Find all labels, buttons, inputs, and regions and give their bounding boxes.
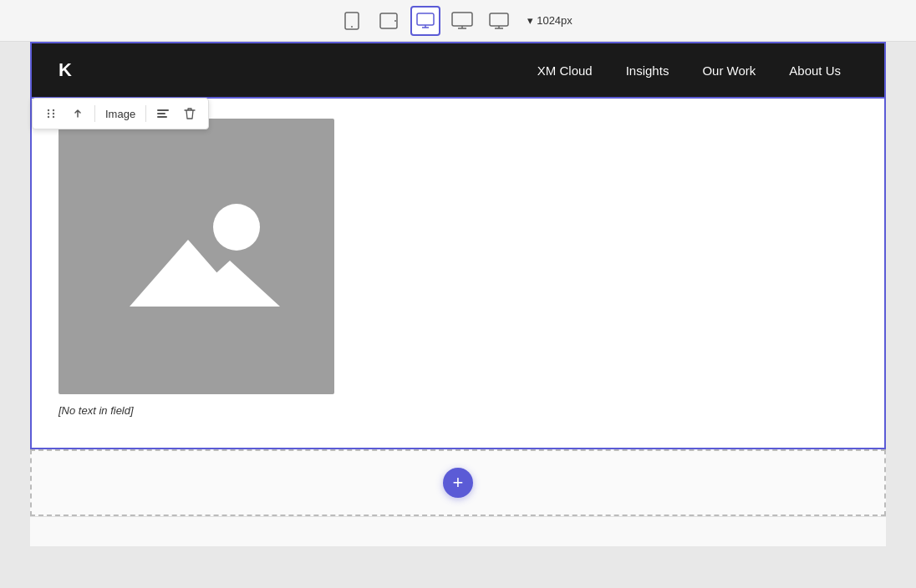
svg-point-16 — [213, 204, 260, 251]
svg-point-8 — [53, 109, 54, 111]
nav-link-about-us[interactable]: About Us — [772, 63, 857, 78]
drag-handle-button[interactable] — [39, 102, 63, 125]
svg-rect-15 — [157, 116, 167, 118]
delete-button[interactable] — [178, 102, 201, 125]
device-mobile-button[interactable] — [337, 6, 367, 36]
component-type-label: Image — [100, 108, 140, 120]
dropdown-arrow-icon: ▾ — [527, 14, 533, 27]
nav-link-insights[interactable]: Insights — [609, 63, 686, 78]
device-tv-button[interactable] — [484, 6, 514, 36]
svg-point-10 — [53, 113, 54, 114]
add-component-button[interactable]: + — [443, 468, 473, 498]
component-toolbar: Image — [32, 98, 209, 129]
svg-point-7 — [48, 109, 49, 111]
top-toolbar: ▾ 1024px — [0, 0, 916, 42]
nav-link-our-work[interactable]: Our Work — [685, 63, 772, 78]
nav-link-xm-cloud[interactable]: XM Cloud — [521, 63, 609, 78]
svg-point-3 — [394, 20, 396, 22]
svg-rect-4 — [417, 13, 434, 25]
nav-logo: K — [59, 59, 72, 81]
navigation-bar: K XM Cloud Insights Our Work About Us — [30, 42, 886, 99]
toolbar-divider-2 — [145, 105, 146, 122]
bottom-area — [30, 516, 886, 546]
back-button[interactable] — [66, 102, 89, 125]
svg-rect-13 — [157, 109, 169, 111]
nav-links: XM Cloud Insights Our Work About Us — [521, 63, 857, 78]
svg-point-11 — [48, 116, 49, 118]
toolbar-divider-1 — [94, 105, 95, 122]
svg-point-1 — [351, 26, 353, 28]
resolution-dropdown[interactable]: ▾ 1024px — [521, 11, 579, 30]
drop-zone[interactable]: + — [30, 449, 886, 516]
canvas-area: Image K XM Cloud Insights Our Work About… — [0, 42, 916, 588]
device-desktop-small-button[interactable] — [410, 6, 440, 36]
svg-rect-5 — [452, 13, 472, 26]
svg-rect-14 — [157, 113, 165, 114]
content-area: [No text in field] — [30, 99, 886, 449]
device-tablet-button[interactable] — [374, 6, 404, 36]
no-text-label: [No text in field] — [59, 404, 857, 417]
svg-point-9 — [48, 113, 49, 114]
svg-point-12 — [53, 116, 54, 118]
image-placeholder — [59, 119, 334, 394]
resolution-label: 1024px — [537, 14, 572, 27]
device-desktop-large-button[interactable] — [447, 6, 477, 36]
align-button[interactable] — [151, 102, 175, 125]
svg-rect-6 — [490, 13, 508, 26]
